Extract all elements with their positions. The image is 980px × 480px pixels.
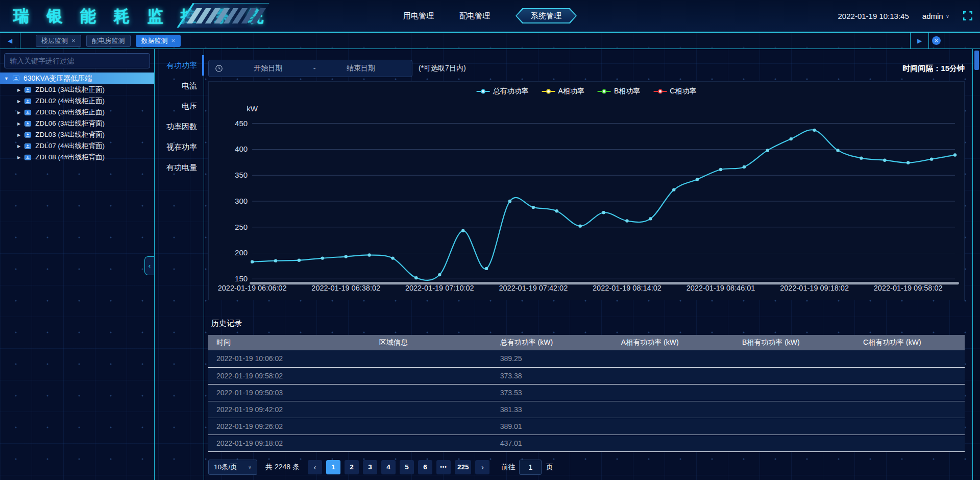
cell-time: 2022-01-19 09:18:02 <box>208 435 371 451</box>
menu-item-视在功率[interactable]: 视在功率 <box>155 137 204 157</box>
svg-text:450: 450 <box>235 119 248 128</box>
legend-dot-icon <box>658 89 663 94</box>
cell-time: 2022-01-19 09:50:03 <box>208 384 371 401</box>
tree-node[interactable]: ▶ZDL03 (3#出线柜背面) <box>4 129 150 140</box>
cell <box>613 435 734 451</box>
cell-time: 2022-01-19 10:06:02 <box>208 350 371 367</box>
cell <box>371 367 492 384</box>
tree-node[interactable]: ▶ZDL05 (3#出线柜正面) <box>4 107 150 118</box>
svg-text:150: 150 <box>235 274 248 283</box>
legend-label: A相功率 <box>558 87 584 96</box>
fullscreen-icon[interactable] <box>963 11 973 21</box>
close-icon[interactable]: × <box>172 37 176 44</box>
page-button-4[interactable]: 4 <box>381 460 396 474</box>
cell <box>613 418 734 435</box>
header-decor-slashes <box>177 3 269 28</box>
scrollbar-rail[interactable] <box>972 49 980 480</box>
tree-node[interactable]: ▶ZDL01 (3#出线柜正面) <box>4 84 150 95</box>
caret-down-icon[interactable]: ▼ <box>4 76 9 81</box>
next-page-button[interactable]: › <box>475 460 489 474</box>
date-range-picker[interactable]: 开始日期 - 结束日期 <box>208 60 412 77</box>
sidebar-collapse-handle[interactable]: ‹ <box>144 256 154 275</box>
svg-text:kW: kW <box>247 104 258 113</box>
history-header-row: 时间区域信息总有功功率 (kW)A相有功功率 (kW)B相有功功率 (kW)C相… <box>208 335 965 350</box>
device-icon <box>24 131 32 139</box>
caret-right-icon[interactable]: ▶ <box>17 88 20 92</box>
legend-dot-icon <box>602 89 606 94</box>
page-button-5[interactable]: 5 <box>400 460 414 474</box>
search-input[interactable] <box>4 53 150 68</box>
power-chart-panel: 总有功功率A相功率B相功率C相功率 450400350300250200150k… <box>208 81 965 300</box>
caret-right-icon[interactable]: ▶ <box>17 133 20 137</box>
chevron-down-icon: ∨ <box>248 464 252 470</box>
nav-item[interactable]: 用电管理 <box>403 11 434 21</box>
goto-page-input[interactable] <box>519 460 542 475</box>
menu-item-有功功率[interactable]: 有功功率 <box>155 55 204 76</box>
caret-right-icon[interactable]: ▶ <box>17 110 20 115</box>
tree-node[interactable]: ▶ZDL06 (3#出线柜背面) <box>4 118 150 129</box>
menu-item-电流[interactable]: 电流 <box>155 76 204 96</box>
prev-page-button[interactable]: ‹ <box>308 460 322 474</box>
legend-item-C相功率[interactable]: C相功率 <box>653 87 696 96</box>
nav-item[interactable]: 配电管理 <box>459 11 490 21</box>
cell <box>371 350 492 367</box>
caret-right-icon[interactable]: ▶ <box>17 144 20 149</box>
page-button-3[interactable]: 3 <box>363 460 377 474</box>
page-button-2[interactable]: 2 <box>345 460 359 474</box>
tab-closeall-cell: ✕ <box>928 33 944 49</box>
column-header: B相有功功率 (kW) <box>734 335 855 350</box>
page-button-1[interactable]: 1 <box>326 460 340 474</box>
menu-item-电压[interactable]: 电压 <box>155 96 204 116</box>
cell-total-power: 389.25 <box>492 350 613 367</box>
table-row: 2022-01-19 09:18:02437.01 <box>208 435 965 451</box>
tab-数据监测[interactable]: 数据监测× <box>136 35 181 47</box>
metric-menu: 有功功率电流电压功率因数视在功率有功电量 <box>155 49 204 480</box>
scrollbar-thumb[interactable] <box>974 51 979 70</box>
column-header: 区域信息 <box>371 335 492 350</box>
tree-node[interactable]: ▶ZDL07 (4#出线柜背面) <box>4 140 150 152</box>
table-row: 2022-01-19 09:42:02381.33 <box>208 401 965 418</box>
tree-node[interactable]: ▶ZDL08 (4#出线柜背面) <box>4 152 150 163</box>
cell <box>371 384 492 401</box>
tab-楼层监测[interactable]: 楼层监测× <box>36 35 81 47</box>
tab-bar: ◀ 楼层监测×配电房监测数据监测× ▶ ✕ <box>0 33 980 49</box>
tab-配电房监测[interactable]: 配电房监测 <box>86 35 131 47</box>
page-size-value: 10条/页 <box>214 463 237 472</box>
clock-icon <box>215 64 223 73</box>
page-ellipsis[interactable]: ••• <box>436 460 451 474</box>
cell <box>734 384 855 401</box>
close-all-tabs-button[interactable]: ✕ <box>932 36 941 45</box>
caret-right-icon[interactable]: ▶ <box>17 122 20 126</box>
page-button-225[interactable]: 225 <box>455 460 472 474</box>
total-count: 共 2248 条 <box>265 463 300 472</box>
caret-right-icon[interactable]: ▶ <box>17 155 20 160</box>
tree-node-label: ZDL05 (3#出线柜正面) <box>35 108 105 117</box>
start-date-input[interactable]: 开始日期 <box>223 64 313 73</box>
cell-total-power: 373.38 <box>492 367 613 384</box>
tab-scroll-right-button[interactable]: ▶ <box>910 33 928 49</box>
cell <box>734 350 855 367</box>
user-menu[interactable]: admin ∨ <box>922 12 949 20</box>
svg-text:2022-01-19 08:14:02: 2022-01-19 08:14:02 <box>593 284 662 292</box>
nav-item-active[interactable]: 系统管理 <box>516 8 577 23</box>
legend-item-B相功率[interactable]: B相功率 <box>598 87 640 96</box>
tab-scroll-left-button[interactable]: ◀ <box>0 33 20 49</box>
device-icon <box>24 120 32 128</box>
tree-node-label: ZDL02 (4#出线柜正面) <box>35 97 105 106</box>
caret-right-icon[interactable]: ▶ <box>17 99 20 104</box>
tree-node[interactable]: ▶ZDL02 (4#出线柜正面) <box>4 95 150 107</box>
menu-item-功率因数[interactable]: 功率因数 <box>155 116 204 137</box>
end-date-input[interactable]: 结束日期 <box>315 64 406 73</box>
history-table: 时间区域信息总有功功率 (kW)A相有功功率 (kW)B相有功功率 (kW)C相… <box>208 335 965 452</box>
legend-item-总有功功率[interactable]: 总有功功率 <box>477 87 529 96</box>
page-size-select[interactable]: 10条/页 ∨ <box>208 460 257 475</box>
svg-text:400: 400 <box>235 145 248 153</box>
svg-text:2022-01-19 06:38:02: 2022-01-19 06:38:02 <box>311 284 380 292</box>
page-button-6[interactable]: 6 <box>418 460 432 474</box>
tree-root-node[interactable]: ▼ 630KVA变压器低压端 <box>0 73 154 84</box>
legend-item-A相功率[interactable]: A相功率 <box>542 87 584 96</box>
close-icon[interactable]: × <box>71 37 76 44</box>
menu-item-有功电量[interactable]: 有功电量 <box>155 157 204 178</box>
device-icon <box>24 109 32 116</box>
cell-time: 2022-01-19 09:26:02 <box>208 418 371 435</box>
